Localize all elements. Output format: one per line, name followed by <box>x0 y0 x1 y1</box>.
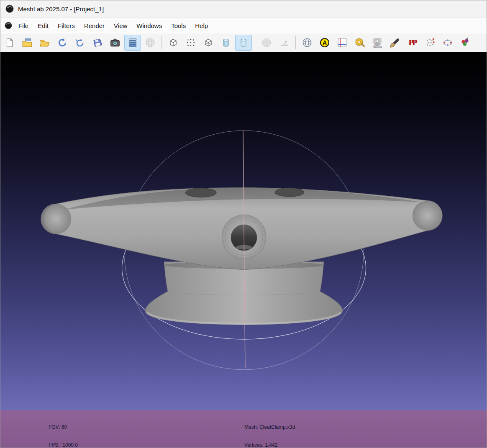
hud-mesh-name: Mesh: CleatClamp.x3d <box>244 424 295 430</box>
wireframe-cube-icon <box>203 37 214 48</box>
mesh-model-cleatclamp <box>41 188 442 325</box>
menu-view[interactable]: View <box>109 19 132 32</box>
zpainting-brush-button[interactable] <box>387 35 403 51</box>
menu-filters[interactable]: Filters <box>53 19 79 32</box>
save-diskette-icon <box>92 37 103 48</box>
smooth-cylinder-icon <box>238 37 249 48</box>
camera-icon <box>110 37 120 48</box>
label-a-icon: A <box>320 38 329 47</box>
reload-arrows-icon <box>57 37 68 48</box>
point-selection-button[interactable] <box>422 35 438 51</box>
point-scatter-icon <box>425 37 436 48</box>
menu-tools[interactable]: Tools <box>167 19 190 32</box>
wire-sphere-button[interactable] <box>299 35 315 51</box>
toolbar: A Raster Alignment <box>0 33 487 52</box>
pickpoints-pp-icon: PP <box>409 38 416 47</box>
pickpoints-button[interactable]: PP <box>404 35 421 51</box>
new-empty-project-button[interactable] <box>1 35 18 51</box>
raster-camera-icon <box>373 38 382 44</box>
reload-all-arrows-icon <box>74 37 85 48</box>
menu-edit[interactable]: Edit <box>33 19 53 32</box>
hud-fps: FPS: 1000.0 <box>49 442 94 448</box>
render-bbox-button[interactable] <box>165 35 182 51</box>
quality-plot-icon <box>337 37 348 48</box>
render-points-button[interactable] <box>182 35 199 51</box>
quality-plot-button[interactable] <box>334 35 351 51</box>
show-labels-button[interactable]: A <box>316 35 333 51</box>
tape-measure-icon <box>354 37 365 48</box>
export-mesh-button[interactable] <box>89 35 106 51</box>
menu-file[interactable]: File <box>14 19 33 32</box>
toolbar-separator <box>295 36 296 49</box>
open-folder-icon <box>39 37 50 48</box>
bounding-box-cube-icon <box>168 37 179 48</box>
meshlab-window: MeshLab 2025.07 - [Project_1] File Edit … <box>0 0 487 448</box>
render-flat-button[interactable] <box>218 35 234 51</box>
show-layer-dialog-button[interactable] <box>124 35 141 51</box>
hud-right-column: Mesh: CleatClamp.x3d Vertices: 1,442 Fac… <box>244 412 295 448</box>
flat-cylinder-icon <box>220 37 231 48</box>
trackball-button[interactable] <box>142 35 159 51</box>
layers-stack-icon <box>127 37 138 48</box>
show-axis-button[interactable] <box>276 35 292 51</box>
render-texture-button[interactable] <box>258 35 275 51</box>
open-project-button[interactable] <box>19 35 36 51</box>
new-document-icon <box>4 37 15 48</box>
hud-overlay: FOV: 60 FPS: 1000.0 BO_RENDERING Clippin… <box>0 410 487 448</box>
scene-canvas <box>0 52 487 448</box>
paintbrush-icon <box>390 37 400 48</box>
meshlab-menu-icon <box>5 22 12 29</box>
texture-sphere-icon <box>261 37 272 48</box>
color-cluster-icon <box>460 37 471 48</box>
toolbar-separator <box>255 36 255 49</box>
points-dots-icon <box>185 37 196 48</box>
reload-mesh-button[interactable] <box>54 35 71 51</box>
viewport-3d[interactable]: FOV: 60 FPS: 1000.0 BO_RENDERING Clippin… <box>0 52 487 448</box>
open-project-folder-icon <box>22 37 33 48</box>
hud-vertices: Vertices: 1,442 <box>244 442 295 448</box>
menubar: File Edit Filters Render View Windows To… <box>0 17 487 33</box>
hud-fov: FOV: 60 <box>49 424 94 430</box>
alignment-tool-button[interactable] <box>439 35 456 51</box>
reload-all-button[interactable] <box>72 35 88 51</box>
wire-sphere-icon <box>302 37 313 48</box>
menu-windows[interactable]: Windows <box>132 19 167 32</box>
render-smooth-button[interactable] <box>235 35 252 51</box>
import-mesh-button[interactable] <box>36 35 53 51</box>
measuring-tool-button[interactable] <box>351 35 368 51</box>
snapshot-button[interactable] <box>107 35 123 51</box>
meshlab-logo-icon <box>5 5 14 13</box>
window-title: MeshLab 2025.07 - [Project_1] <box>18 5 104 13</box>
raster-alignment-label: Raster Alignment <box>370 44 384 48</box>
align-ellipse-icon <box>442 37 453 48</box>
menu-help[interactable]: Help <box>190 19 213 32</box>
render-wireframe-button[interactable] <box>200 35 217 51</box>
menu-render[interactable]: Render <box>79 19 109 32</box>
globe-icon <box>145 37 156 48</box>
titlebar[interactable]: MeshLab 2025.07 - [Project_1] <box>0 0 487 17</box>
raster-alignment-button[interactable]: Raster Alignment <box>369 35 386 51</box>
color-cluster-button[interactable] <box>457 35 474 51</box>
axis-arrows-icon <box>279 37 290 48</box>
toolbar-separator <box>161 36 162 49</box>
hud-left-column: FOV: 60 FPS: 1000.0 BO_RENDERING Clippin… <box>49 412 94 448</box>
